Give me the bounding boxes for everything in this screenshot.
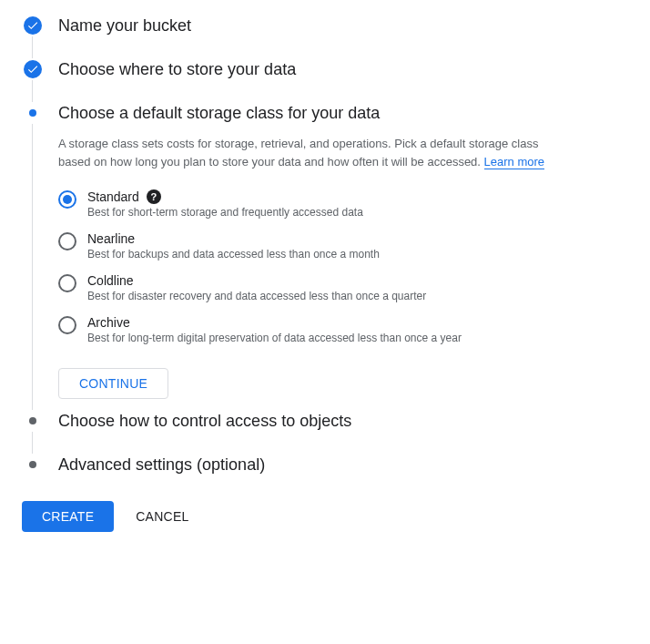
radio-content: Archive Best for long-term digital prese…	[87, 315, 628, 344]
radio-desc: Best for short-term storage and frequent…	[87, 206, 628, 219]
radio-option-standard[interactable]: Standard ? Best for short-term storage a…	[58, 189, 628, 219]
step-title[interactable]: Advanced settings (optional)	[58, 454, 628, 475]
radio-option-archive[interactable]: Archive Best for long-term digital prese…	[58, 315, 628, 344]
step-storage-class: Choose a default storage class for your …	[22, 102, 628, 124]
radio-desc: Best for backups and data accessed less …	[87, 248, 628, 261]
step-description: A storage class sets costs for storage, …	[58, 135, 568, 171]
connector	[32, 80, 628, 102]
radio-label: Archive	[87, 315, 130, 330]
step-choose-location[interactable]: Choose where to store your data	[22, 58, 628, 80]
step-title[interactable]: Choose where to store your data	[58, 58, 628, 80]
continue-button[interactable]: CONTINUE	[58, 368, 168, 399]
radio-option-coldline[interactable]: Coldline Best for disaster recovery and …	[58, 273, 628, 302]
radio-label-row: Standard ?	[87, 189, 628, 204]
radio-desc: Best for long-term digital preservation …	[87, 332, 628, 344]
footer-actions: CREATE CANCEL	[22, 501, 628, 532]
step-name-bucket[interactable]: Name your bucket	[22, 15, 628, 36]
radio-label-row: Coldline	[87, 273, 628, 288]
step-title[interactable]: Name your bucket	[58, 15, 628, 36]
step-control-access[interactable]: Choose how to control access to objects	[22, 410, 628, 432]
connector	[32, 36, 628, 58]
pending-dot-icon	[22, 454, 44, 475]
radio-content: Standard ? Best for short-term storage a…	[87, 189, 628, 219]
radio-label: Standard	[87, 189, 139, 204]
radio-label: Coldline	[87, 273, 134, 288]
step-advanced-settings[interactable]: Advanced settings (optional)	[22, 454, 628, 475]
connector	[32, 432, 628, 454]
radio-content: Nearline Best for backups and data acces…	[87, 231, 628, 261]
storage-class-radio-group: Standard ? Best for short-term storage a…	[58, 189, 628, 344]
create-button[interactable]: CREATE	[22, 501, 114, 532]
radio-label-row: Archive	[87, 315, 628, 330]
radio-option-nearline[interactable]: Nearline Best for backups and data acces…	[58, 231, 628, 261]
description-text: A storage class sets costs for storage, …	[58, 137, 538, 169]
pending-dot-icon	[22, 410, 44, 432]
stepper: Name your bucket Choose where to store y…	[22, 15, 628, 475]
help-icon[interactable]: ?	[147, 189, 161, 204]
radio-content: Coldline Best for disaster recovery and …	[87, 273, 628, 302]
step-storage-class-body: A storage class sets costs for storage, …	[22, 124, 628, 410]
radio-icon	[58, 316, 76, 334]
step-title[interactable]: Choose a default storage class for your …	[58, 102, 628, 124]
cancel-button[interactable]: CANCEL	[136, 509, 188, 524]
check-icon	[22, 15, 44, 36]
radio-icon	[58, 274, 76, 292]
radio-desc: Best for disaster recovery and data acce…	[87, 290, 628, 302]
radio-label-row: Nearline	[87, 231, 628, 246]
learn-more-link[interactable]: Learn more	[484, 155, 544, 169]
check-icon	[22, 58, 44, 80]
radio-icon	[58, 232, 76, 250]
radio-icon	[58, 190, 76, 209]
radio-label: Nearline	[87, 231, 135, 246]
step-title[interactable]: Choose how to control access to objects	[58, 410, 628, 432]
active-dot-icon	[22, 102, 44, 124]
